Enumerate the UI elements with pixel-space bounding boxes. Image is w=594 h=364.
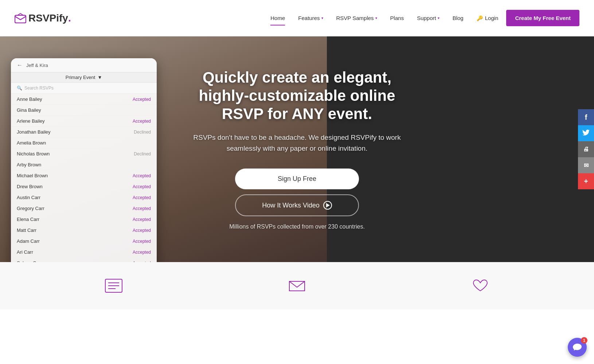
features-bar [0,262,594,309]
signup-button[interactable]: Sign Up Free [235,169,359,189]
nav-support[interactable]: Support ▾ [412,12,445,24]
hero-buttons: Sign Up Free How It Works Video [177,169,417,216]
logo[interactable]: RSVPify. [15,12,71,24]
twitter-share-button[interactable] [578,125,594,141]
hero-section: ← Jeff & Kira Primary Event ▼ 🔍 Search R… [0,36,594,262]
video-button[interactable]: How It Works Video [235,194,359,216]
key-icon: 🔑 [477,15,483,21]
print-button[interactable]: 🖨 [578,141,594,157]
phone-event-name: Jeff & Kira [26,63,48,68]
play-triangle-icon [326,203,330,207]
feature-item-3 [471,278,489,293]
table-row: Elena CarrAccepted [11,214,157,225]
feature-icon-envelope [288,278,306,293]
main-nav: Home Features ▾ RSVP Samples ▾ Plans Sup… [265,10,579,26]
table-row: Arlene BaileyAccepted [11,116,157,127]
nav-features[interactable]: Features ▾ [293,12,328,24]
phone-search-bar: 🔍 Search RSVPs [11,83,157,94]
nav-blog[interactable]: Blog [448,12,469,24]
table-row: Gina Bailey [11,105,157,116]
table-row: Selene CarrAccepted [11,258,157,262]
email-share-button[interactable]: ✉ [578,157,594,173]
more-share-button[interactable]: + [578,173,594,189]
hero-subtitle: RSVPs don't have to be a headache. We de… [177,132,417,154]
play-circle-icon [323,201,332,210]
feature-item-1 [105,278,123,293]
hero-phone-mockup: ← Jeff & Kira Primary Event ▼ 🔍 Search R… [11,58,157,262]
table-row: Michael BrownAccepted [11,170,157,181]
print-icon: 🖨 [583,146,589,153]
header: RSVPify. Home Features ▾ RSVP Samples ▾ … [0,0,594,36]
table-row: Adam CarrAccepted [11,236,157,247]
logo-text: RSVPify [28,12,68,24]
hero-content: Quickly create an elegant, highly-custom… [169,68,425,230]
phone-event-selector: Primary Event ▼ [11,72,157,83]
feature-item-2 [288,278,306,293]
feature-icon-heart [471,278,489,293]
table-row: Gregory CarrAccepted [11,203,157,214]
create-event-button[interactable]: Create My Free Event [506,10,579,26]
facebook-share-button[interactable]: f [578,109,594,125]
table-row: Drew BrownAccepted [11,181,157,192]
email-icon: ✉ [584,162,589,169]
support-caret: ▾ [438,16,439,20]
svg-rect-0 [15,15,26,23]
table-row: Jonathan BaileyDeclined [11,127,157,138]
table-row: Anne BaileyAccepted [11,94,157,105]
table-row: Amelia Brown [11,138,157,149]
nav-home[interactable]: Home [265,12,290,24]
plus-icon: + [584,177,588,186]
table-row: Arby Brown [11,159,157,170]
rsvp-samples-caret: ▾ [375,16,377,20]
social-sidebar: f 🖨 ✉ + [578,109,594,189]
nav-login[interactable]: 🔑 Login [472,12,504,24]
features-caret: ▾ [321,16,323,20]
hero-title: Quickly create an elegant, highly-custom… [177,68,417,123]
table-row: Ari CarrAccepted [11,247,157,258]
nav-rsvp-samples[interactable]: RSVP Samples ▾ [331,12,382,24]
twitter-icon [582,130,590,137]
table-row: Austin CarrAccepted [11,192,157,203]
phone-header: ← Jeff & Kira [11,58,157,72]
table-row: Nicholas BrownDeclined [11,149,157,159]
logo-dot: . [68,12,71,24]
phone-search-icon: 🔍 [17,86,22,91]
table-row: Matt CarrAccepted [11,225,157,236]
nav-plans[interactable]: Plans [385,12,409,24]
hero-stats: Millions of RSVPs collected from over 23… [177,223,417,230]
phone-rows: Anne BaileyAcceptedGina BaileyArlene Bai… [11,94,157,262]
feature-icon-form [105,278,123,293]
facebook-icon: f [585,113,587,122]
logo-icon [15,13,26,23]
